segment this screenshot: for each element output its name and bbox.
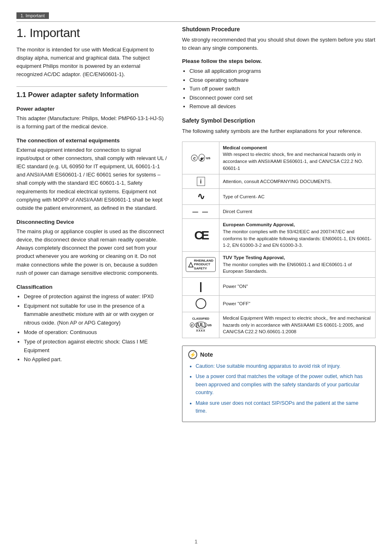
- step-item: Remove all devices: [189, 102, 376, 111]
- subsection-text-external: External equipment intended for connecti…: [16, 146, 167, 212]
- step-item: Close operating software: [189, 76, 376, 84]
- section1-heading: 1.1 Power adapter safety Information: [16, 91, 167, 99]
- note-item: Make sure user does not contact SIP/SOPs…: [196, 399, 369, 415]
- symbol-cell-ce: CE: [182, 219, 219, 252]
- desc-text: The monitor complies with the EN60601-1 …: [223, 262, 352, 274]
- desc-text: Dircet Current: [223, 209, 252, 214]
- step-item: Close all application programs: [189, 67, 376, 75]
- note-label: Note: [200, 351, 213, 358]
- page-number: 1: [16, 538, 376, 545]
- desc-cell: Medical component With respect to electr…: [219, 142, 376, 174]
- desc-cell: Power "ON": [219, 278, 376, 296]
- list-item: Degree of protection against the ingress…: [24, 292, 167, 301]
- table-row: CE European Community Approval, The moni…: [182, 219, 376, 252]
- table-row: i Attention, consult ACCOMPANYING DOCUME…: [182, 174, 376, 189]
- top-divider: [16, 21, 376, 22]
- tuv-icon: △ RHEINLAND PRODUCT SAFETY: [186, 257, 216, 272]
- ce-icon: CE: [194, 228, 208, 242]
- desc-text: Medical Equipment With respect to electr…: [223, 316, 371, 334]
- note-list: Caution: Use suitable mounting apparatus…: [196, 362, 369, 415]
- subsection-heading-power-adapter: Power adapter: [16, 106, 167, 112]
- symbol-cell-classified: CLASSIFIED c (UL) us XXXX: [182, 312, 219, 338]
- safety-symbol-heading: Safety Symbol Description: [182, 117, 376, 124]
- step-item: Turn off power switch: [189, 84, 376, 93]
- safety-symbol-section: Safety Symbol Description The following …: [182, 117, 376, 338]
- chapter-title: 1. Important: [16, 26, 167, 40]
- list-item: Mode of operation: Continuous: [24, 328, 167, 337]
- desc-title: European Community Approval,: [223, 222, 295, 227]
- desc-text: Attention, consult ACCOMPANYING DOCUMENT…: [223, 179, 332, 184]
- subsection-text-disconnecting: The mains plug or appliance coupler is u…: [16, 227, 167, 277]
- step-item: Disconnect power cord set: [189, 93, 376, 102]
- symbol-cell-info: i: [182, 174, 219, 189]
- desc-cell: Dircet Current: [219, 205, 376, 219]
- desc-cell: Attention, consult ACCOMPANYING DOCUMENT…: [219, 174, 376, 189]
- desc-text: With respect to electric shock, fire and…: [223, 152, 363, 170]
- shutdown-text: We strongly recommended that you should …: [182, 36, 376, 52]
- subsection-heading-classification: Classification: [16, 284, 167, 290]
- steps-heading: Please follow the steps below.: [182, 58, 376, 64]
- table-row: ∿ Type of Current- AC: [182, 189, 376, 205]
- table-row: | Power "ON": [182, 278, 376, 296]
- right-column: Shutdown Procedure We strongly recommend…: [182, 26, 376, 531]
- shutdown-section: Shutdown Procedure We strongly recommend…: [182, 26, 376, 52]
- table-row: △ RHEINLAND PRODUCT SAFETY: [182, 251, 376, 277]
- desc-text: Type of Current- AC: [223, 194, 265, 199]
- table-row: Power "OFF": [182, 296, 376, 312]
- safety-symbol-intro: The following safety symbols are the fur…: [182, 127, 376, 135]
- two-column-layout: 1. Important The monitor is intended for…: [16, 26, 376, 531]
- table-row: CLASSIFIED c (UL) us XXXX: [182, 312, 376, 338]
- desc-cell: Medical Equipment With respect to electr…: [219, 312, 376, 338]
- classification-list: Degree of protection against the ingress…: [24, 292, 167, 364]
- desc-cell: Power "OFF": [219, 296, 376, 312]
- symbol-cell-ac: ∿: [182, 189, 219, 205]
- safety-symbol-table: c 𝓎 us Medical component With respect to…: [182, 142, 376, 338]
- symbol-cell-power-on: |: [182, 278, 219, 296]
- desc-title: Medical component: [223, 145, 267, 150]
- subsection-text-power-adapter: This adapter (Manufacture: Philips, Mode…: [16, 114, 167, 131]
- note-item: Caution: Use suitable mounting apparatus…: [196, 362, 369, 370]
- desc-cell: European Community Approval, The monitor…: [219, 219, 376, 252]
- symbol-cell-tuv: △ RHEINLAND PRODUCT SAFETY: [182, 251, 219, 277]
- desc-cell: TUV Type Testing Approval, The monitor c…: [219, 251, 376, 277]
- note-item: Use a power cord that matches the voltag…: [196, 373, 369, 397]
- subsection-classification: Classification Degree of protection agai…: [16, 284, 167, 364]
- desc-title: TUV Type Testing Approval,: [223, 255, 285, 260]
- chapter-intro: The monitor is intended for use with Med…: [16, 46, 167, 79]
- list-item: Type of protection against electric shoc…: [24, 338, 167, 355]
- section-divider: [16, 86, 167, 87]
- ac-wave-icon: ∿: [197, 191, 205, 202]
- desc-text: The monitor complies with the 93/42/EEC …: [223, 229, 371, 248]
- subsection-heading-external: The connection of external equipments: [16, 137, 167, 144]
- power-on-icon: |: [199, 280, 202, 292]
- symbol-cell-ul: c 𝓎 us: [182, 142, 219, 174]
- list-item: No Applied part.: [24, 355, 167, 364]
- steps-list: Close all application programs Close ope…: [189, 67, 376, 111]
- classified-icon: CLASSIFIED c (UL) us XXXX: [186, 317, 216, 332]
- note-header: ⚡ Note: [188, 350, 369, 359]
- dc-icon: — —: [192, 209, 209, 215]
- desc-text: Power "OFF": [223, 301, 250, 306]
- note-box: ⚡ Note Caution: Use suitable mounting ap…: [182, 346, 376, 422]
- table-row: c 𝓎 us Medical component With respect to…: [182, 142, 376, 174]
- subsection-disconnecting: Disconnecting Device The mains plug or a…: [16, 219, 167, 277]
- desc-text: Power "ON": [223, 284, 248, 289]
- list-item: Equipment not suitable for use in the pr…: [24, 302, 167, 327]
- desc-cell: Type of Current- AC: [219, 189, 376, 205]
- power-off-icon: [196, 298, 206, 309]
- table-row: — — Dircet Current: [182, 205, 376, 219]
- symbol-cell-power-off: [182, 296, 219, 312]
- symbol-cell-dc: — —: [182, 205, 219, 219]
- subsection-power-adapter: Power adapter This adapter (Manufacture:…: [16, 106, 167, 131]
- shutdown-heading: Shutdown Procedure: [182, 26, 376, 32]
- note-icon: ⚡: [188, 350, 197, 359]
- steps-section: Please follow the steps below. Close all…: [182, 58, 376, 111]
- left-column: 1. Important The monitor is intended for…: [16, 26, 167, 531]
- subsection-external-equipment: The connection of external equipments Ex…: [16, 137, 167, 212]
- subsection-heading-disconnecting: Disconnecting Device: [16, 219, 167, 225]
- breadcrumb: 1. Important: [16, 12, 49, 19]
- page: 1. Important 1. Important The monitor is…: [0, 0, 392, 557]
